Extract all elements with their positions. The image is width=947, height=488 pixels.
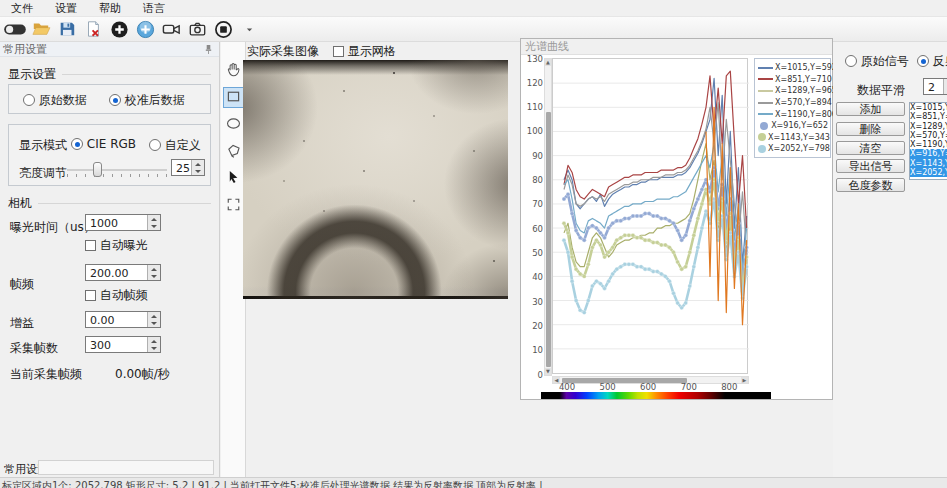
auto-exposure-checkbox[interactable]: 自动曝光	[85, 237, 148, 254]
tool-rect-select[interactable]	[223, 87, 244, 108]
plot-area[interactable]	[552, 58, 748, 374]
y-tick-80: 80	[521, 175, 543, 185]
signal-list-item[interactable]: X=2052,Y=798	[910, 168, 947, 177]
signal-list[interactable]: X=1015,Y=592X=851,Y=710X=1289,Y=965X=570…	[909, 102, 947, 180]
x-tick-400: 400	[559, 382, 575, 392]
captured-image[interactable]	[243, 60, 508, 299]
delete-document-button[interactable]	[81, 18, 105, 40]
toggle-button[interactable]	[3, 18, 27, 40]
tool-cursor-arrow[interactable]	[223, 168, 244, 189]
y-tick-70: 70	[521, 199, 543, 209]
display-settings-section: 显示设置	[8, 66, 211, 83]
y-tick-130: 130	[521, 54, 543, 64]
y-tick-30: 30	[521, 297, 543, 307]
menu-file[interactable]: 文件	[0, 1, 44, 16]
scroll-up-arrow[interactable]: ▲	[545, 59, 551, 66]
camera-section-title: 相机	[8, 195, 32, 212]
bottom-tab-strip	[38, 460, 214, 475]
stop-record-button[interactable]	[211, 18, 235, 40]
add-button[interactable]: 添加	[836, 102, 905, 116]
clear-button[interactable]: 清空	[836, 141, 905, 155]
delete-button[interactable]: 删除	[836, 122, 905, 136]
signal-list-item[interactable]: X=851,Y=710	[910, 112, 947, 121]
y-tick-20: 20	[521, 321, 543, 331]
tool-hand-pan[interactable]	[223, 60, 244, 81]
legend-marker-dot	[758, 133, 766, 141]
chromaticity-params-button[interactable]: 色度参数	[836, 178, 905, 192]
tool-ellipse-select[interactable]	[223, 114, 244, 135]
image-title: 实际采集图像	[247, 43, 319, 60]
legend-marker-line	[758, 90, 773, 92]
save-icon	[58, 20, 76, 38]
vscroll-thumb[interactable]	[546, 112, 551, 367]
cie-rgb-radio[interactable]: CIE RGB	[71, 137, 136, 151]
menu-language[interactable]: 语言	[132, 1, 176, 16]
video-camera-icon	[161, 20, 182, 38]
reflectance-radio[interactable]: 反射率	[917, 53, 947, 70]
status-bar: 标定区域内1个: 2052,798 矩形尺寸: 5.2 | 91.2 | 当前打…	[0, 477, 947, 488]
more-dropdown-button[interactable]	[237, 18, 261, 40]
save-button[interactable]	[55, 18, 79, 40]
smoothing-label: 数据平滑	[857, 82, 905, 99]
y-tick-120: 120	[521, 78, 543, 88]
tool-polygon-select[interactable]	[223, 141, 244, 162]
legend-label: X=851,Y=710	[775, 75, 832, 84]
signal-list-item[interactable]: X=1289,Y=965	[910, 122, 947, 131]
signal-list-item[interactable]: X=1190,Y=806	[910, 140, 947, 149]
pin-icon[interactable]	[204, 44, 213, 59]
more-dropdown-icon	[245, 20, 254, 38]
menu-settings[interactable]: 设置	[44, 1, 88, 16]
add-black-button[interactable]	[107, 18, 131, 40]
legend-item: X=1143,Y=343	[758, 132, 828, 144]
legend-marker-line	[758, 102, 773, 104]
rect-select-icon	[225, 88, 242, 108]
y-tick-110: 110	[521, 102, 543, 112]
framerate-spinner[interactable]: 200.00	[85, 264, 161, 281]
image-header: 实际采集图像 显示网格	[247, 44, 396, 59]
tool-expand[interactable]	[223, 195, 244, 216]
brightness-spinner[interactable]: 25	[171, 159, 205, 176]
video-camera-button[interactable]	[159, 18, 183, 40]
raw-data-radio[interactable]: 原始数据	[23, 92, 87, 109]
legend-item: X=851,Y=710	[758, 74, 828, 86]
auto-framerate-checkbox[interactable]: 自动帧频	[85, 287, 148, 304]
spectral-chart	[553, 59, 749, 373]
y-tick-10: 10	[521, 345, 543, 355]
raw-signal-radio[interactable]: 原始信号	[845, 53, 909, 70]
hscroll-thumb[interactable]	[562, 378, 687, 383]
signal-list-item[interactable]: X=916,Y=652	[910, 149, 947, 158]
hand-pan-icon	[225, 61, 242, 81]
show-grid-checkbox[interactable]: 显示网格	[333, 43, 396, 60]
vertical-scrollbar[interactable]: ▲ ▼	[544, 58, 552, 376]
wavelength-spectrum-bar	[541, 392, 771, 399]
signal-list-item[interactable]: X=1143,Y=343	[910, 159, 947, 168]
gain-spinner[interactable]: 0.00	[85, 311, 161, 328]
app-window: 文件设置帮助语言 常用设置 显示设置 原始数据 校准后数据 显示模式 CIE R…	[0, 0, 947, 488]
scroll-down-arrow[interactable]: ▼	[545, 368, 551, 375]
menu-help[interactable]: 帮助	[88, 1, 132, 16]
exposure-spinner[interactable]: 1000	[85, 214, 161, 231]
scroll-right-arrow[interactable]: ▶	[741, 377, 748, 383]
signal-list-item[interactable]: X=570,Y=894	[910, 131, 947, 140]
smoothing-spinner[interactable]: 2	[923, 78, 947, 95]
frames-spinner[interactable]: 300	[85, 336, 161, 353]
legend-marker-dot	[760, 122, 768, 130]
add-blue-button[interactable]	[133, 18, 157, 40]
photo-camera-button[interactable]	[185, 18, 209, 40]
polygon-select-icon	[225, 142, 242, 162]
export-signal-button[interactable]: 导出信号	[836, 159, 905, 173]
brightness-slider[interactable]	[67, 162, 167, 178]
open-folder-button[interactable]	[29, 18, 53, 40]
display-mode-label: 显示模式	[19, 137, 67, 154]
stop-record-icon	[214, 20, 233, 39]
signal-list-item[interactable]: X=1015,Y=592	[910, 103, 947, 112]
brightness-slider-thumb[interactable]	[93, 162, 102, 177]
x-tick-700: 700	[681, 382, 697, 392]
spectral-panel-title: 光谱曲线	[521, 39, 832, 55]
calibrated-data-radio[interactable]: 校准后数据	[109, 92, 185, 109]
calibrated-data-radio-circle[interactable]	[109, 94, 121, 106]
display-mode-group: 显示模式 CIE RGB 自定义 亮度调节 25	[8, 124, 211, 186]
raw-data-radio-circle[interactable]	[23, 94, 35, 106]
data-source-group: 原始数据 校准后数据	[8, 84, 211, 114]
custom-mode-radio[interactable]: 自定义	[149, 137, 201, 154]
